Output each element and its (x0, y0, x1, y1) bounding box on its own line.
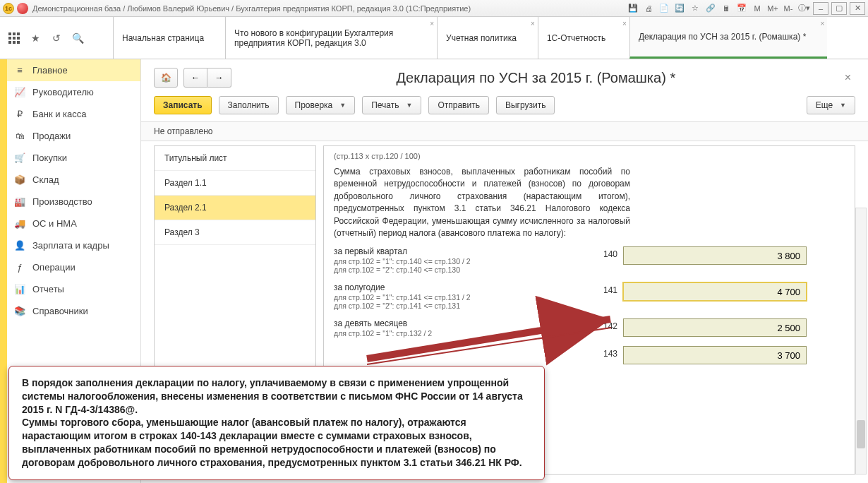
sidebar-label: Отчеты (32, 284, 64, 294)
sidebar-icon: 🛍 (14, 131, 25, 141)
tab-4[interactable]: Декларация по УСН за 2015 г. (Ромашка) *… (629, 17, 827, 59)
sidebar-label: Главное (32, 65, 68, 76)
sidebar-icon: 📦 (14, 174, 25, 185)
print-icon[interactable]: 🖨 (642, 2, 655, 15)
form-row-142: за девять месяцевдля стр.102 = "1": стр.… (334, 318, 845, 338)
sidebar-item-5[interactable]: 📦Склад (7, 169, 140, 191)
sidebar-icon: 📈 (14, 87, 25, 97)
tab-2[interactable]: Учетная политика× (437, 17, 538, 59)
tab-close-icon[interactable]: × (820, 20, 824, 28)
sidebar-label: Банк и касса (32, 109, 87, 119)
sidebar-label: ОС и НМА (32, 218, 77, 229)
home-button[interactable]: 🏠 (154, 68, 178, 88)
sidebar-label: Справочники (32, 306, 88, 316)
row-code: 140 (595, 246, 623, 259)
window-max-button[interactable]: ▢ (831, 2, 847, 15)
save-icon[interactable]: 💾 (627, 2, 639, 15)
section-item-0[interactable]: Титульный лист (155, 146, 315, 171)
print-button[interactable]: Печать▼ (362, 96, 421, 114)
field-142[interactable] (623, 318, 807, 337)
form-row-143: 143 (334, 346, 845, 364)
section-item-2[interactable]: Раздел 2.1 (155, 196, 315, 220)
sidebar-label: Операции (32, 262, 76, 273)
favorite-icon[interactable]: ★ (28, 31, 42, 45)
history-icon[interactable]: ↺ (49, 31, 64, 45)
sidebar-item-8[interactable]: 👤Зарплата и кадры (7, 234, 140, 256)
calc-icon[interactable]: 🖩 (720, 2, 733, 15)
sidebar-accent (0, 59, 7, 483)
window-close-button[interactable]: ✕ (850, 2, 865, 15)
sidebar-icon: 📚 (14, 306, 25, 316)
sidebar-item-3[interactable]: 🛍Продажи (7, 125, 140, 147)
mem-mminus[interactable]: M- (782, 2, 795, 15)
tab-1[interactable]: Что нового в конфигурации Бухгалтерия пр… (225, 17, 437, 59)
red-circle-icon (17, 3, 28, 14)
field-143[interactable] (623, 346, 807, 364)
row-code: 141 (595, 282, 623, 295)
calendar-icon[interactable]: 📅 (735, 2, 748, 15)
app-logo-icon: 1c (3, 3, 14, 14)
left-tools: ★ ↺ 🔍 (0, 17, 113, 59)
formula-text: (стр.113 x стр.120 / 100) (334, 152, 845, 160)
write-button[interactable]: Записать (154, 96, 212, 114)
sidebar-label: Склад (32, 174, 59, 185)
row-code: 142 (595, 318, 623, 331)
sidebar-item-9[interactable]: ƒОперации (7, 256, 140, 278)
sidebar-label: Зарплата и кадры (32, 240, 109, 251)
export-button[interactable]: Выгрузить (496, 96, 555, 114)
callout-line1: В порядок заполнения декларации по налог… (22, 376, 531, 417)
sidebar-item-2[interactable]: ₽Банк и касса (7, 103, 140, 125)
sidebar-icon: ₽ (14, 109, 25, 119)
sidebar-icon: 🏭 (14, 196, 25, 207)
more-button[interactable]: Еще▼ (807, 96, 855, 114)
close-document-button[interactable]: × (840, 71, 855, 84)
back-button[interactable]: ← (183, 68, 207, 88)
scrollbar-vertical[interactable] (855, 208, 867, 475)
form-row-141: за полугодиедля стр.102 = "1": стр.141 <… (334, 282, 845, 310)
sidebar-item-10[interactable]: 📊Отчеты (7, 278, 140, 300)
section-item-3[interactable]: Раздел 3 (155, 220, 315, 245)
status-text: Не отправлено (141, 121, 868, 141)
info-icon[interactable]: ⓘ▾ (797, 2, 810, 15)
sidebar-item-0[interactable]: ≡Главное (7, 59, 140, 81)
tab-close-icon[interactable]: × (531, 20, 535, 28)
period-label: за полугодие (334, 282, 595, 292)
tab-3[interactable]: 1С-Отчетность× (538, 17, 629, 59)
period-label: за девять месяцев (334, 318, 595, 328)
forward-button[interactable]: → (207, 68, 231, 88)
search-icon[interactable]: 🔍 (71, 31, 85, 45)
check-button[interactable]: Проверка▼ (286, 96, 356, 114)
sidebar-item-7[interactable]: 🚚ОС и НМА (7, 213, 140, 234)
sidebar-label: Продажи (32, 131, 71, 141)
sidebar-icon: ƒ (14, 262, 25, 273)
section-item-1[interactable]: Раздел 1.1 (155, 171, 315, 196)
sidebar-icon: ≡ (14, 65, 25, 76)
field-141[interactable] (623, 282, 807, 301)
sidebar-label: Производство (32, 196, 92, 207)
tab-close-icon[interactable]: × (622, 20, 627, 28)
link-icon[interactable]: 🔗 (704, 2, 717, 15)
mem-mplus[interactable]: M+ (766, 2, 779, 15)
send-button[interactable]: Отправить (428, 96, 489, 114)
sidebar-item-4[interactable]: 🛒Покупки (7, 147, 140, 169)
sidebar-item-6[interactable]: 🏭Производство (7, 191, 140, 213)
sidebar-item-1[interactable]: 📈Руководителю (7, 81, 140, 103)
sidebar-item-11[interactable]: 📚Справочники (7, 300, 140, 322)
callout-line2: Суммы торгового сбора, уменьшающие налог… (22, 416, 531, 470)
reload-icon[interactable]: 🔄 (673, 2, 686, 15)
field-140[interactable] (623, 246, 807, 265)
tab-0[interactable]: Начальная страница (113, 17, 225, 59)
fill-button[interactable]: Заполнить (219, 96, 279, 114)
star-icon[interactable]: ☆ (689, 2, 701, 15)
period-label: за первый квартал (334, 246, 595, 256)
callout-box: В порядок заполнения декларации по налог… (8, 366, 545, 480)
window-min-button[interactable]: – (813, 2, 828, 15)
action-row: Записать Заполнить Проверка▼ Печать▼ Отп… (141, 93, 868, 121)
doc-icon[interactable]: 📄 (658, 2, 670, 15)
mem-m[interactable]: M (751, 2, 764, 15)
titlebar: 1c Демонстрационная база / Любимов Валер… (0, 0, 868, 17)
content-header: 🏠 ← → Декларация по УСН за 2015 г. (Рома… (141, 59, 868, 93)
sidebar-icon: 📊 (14, 284, 25, 294)
tab-close-icon[interactable]: × (430, 20, 434, 28)
apps-icon[interactable] (7, 31, 21, 45)
